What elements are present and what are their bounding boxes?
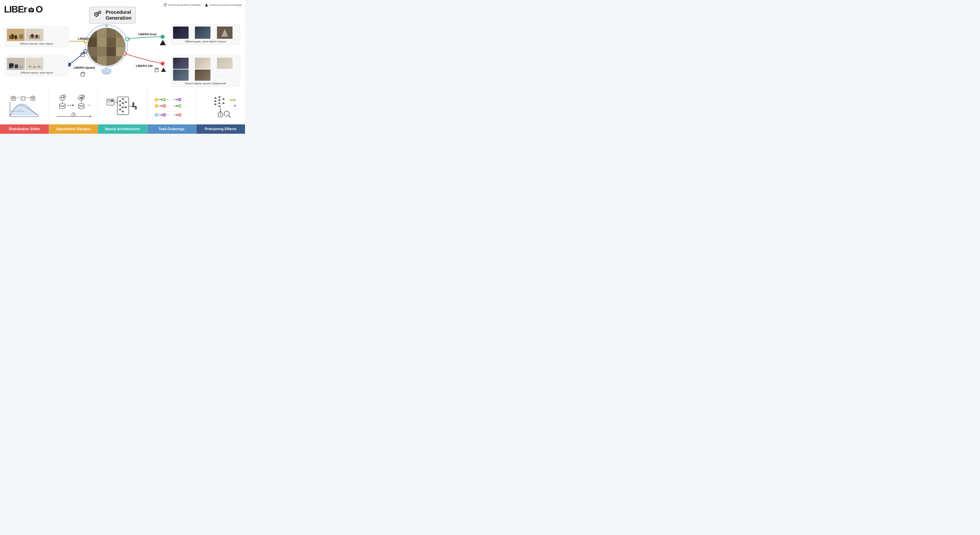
svg-rect-223 bbox=[234, 105, 235, 107]
svg-line-148 bbox=[121, 105, 122, 107]
logo-o: O bbox=[36, 4, 43, 14]
left-bottom-caption: Different objects, same layout bbox=[7, 71, 66, 74]
pretrain-diagram: ? · · · bbox=[196, 87, 245, 125]
photo-obj2 bbox=[25, 58, 43, 70]
svg-line-211 bbox=[220, 103, 223, 106]
logo-robot-icon bbox=[27, 6, 35, 14]
svg-rect-15 bbox=[97, 14, 99, 15]
svg-line-207 bbox=[216, 104, 219, 106]
svg-line-205 bbox=[216, 101, 219, 103]
svg-point-115 bbox=[80, 97, 81, 98]
svg-rect-63 bbox=[29, 35, 40, 39]
svg-marker-52 bbox=[160, 40, 166, 45]
svg-point-216 bbox=[224, 111, 229, 116]
panel-distribution-shifts: Distribution Shifts bbox=[0, 87, 49, 134]
svg-marker-170 bbox=[177, 99, 178, 101]
svg-point-75 bbox=[29, 65, 32, 67]
svg-point-65 bbox=[36, 35, 38, 38]
panel-algorithmic-designs: Algorithmic Designs bbox=[49, 87, 98, 134]
svg-rect-6 bbox=[164, 4, 166, 6]
svg-point-144 bbox=[125, 107, 127, 109]
svg-point-28 bbox=[102, 68, 111, 75]
svg-marker-186 bbox=[161, 114, 162, 116]
svg-text:· · ·: · · · bbox=[166, 109, 170, 113]
svg-point-139 bbox=[122, 98, 124, 100]
legend-declarative-text: Involve declarative knowledge bbox=[168, 3, 201, 6]
svg-rect-92 bbox=[31, 97, 32, 99]
svg-rect-2 bbox=[32, 10, 32, 11]
svg-point-201 bbox=[223, 102, 224, 104]
svg-marker-111 bbox=[72, 104, 74, 106]
svg-rect-22 bbox=[99, 11, 100, 11]
svg-point-193 bbox=[215, 97, 216, 99]
svg-rect-14 bbox=[94, 14, 95, 15]
svg-point-82 bbox=[13, 96, 14, 96]
svg-text:· · ·: · · · bbox=[169, 99, 173, 101]
svg-text:?: ? bbox=[220, 113, 222, 117]
svg-point-119 bbox=[78, 104, 84, 105]
svg-text:· · ·: · · · bbox=[169, 114, 173, 117]
svg-rect-61 bbox=[9, 35, 12, 39]
svg-text:· · ·: · · · bbox=[121, 113, 124, 115]
right-bottom-grid: · · · bbox=[173, 58, 238, 81]
svg-point-30 bbox=[105, 24, 108, 27]
svg-rect-62 bbox=[25, 29, 43, 41]
svg-point-38 bbox=[161, 35, 165, 39]
label-task-orderings: Task Orderings bbox=[147, 125, 196, 134]
svg-point-141 bbox=[122, 107, 124, 109]
svg-line-150 bbox=[121, 109, 122, 112]
svg-rect-23 bbox=[99, 13, 100, 14]
svg-text:LIBERO-100: LIBERO-100 bbox=[136, 64, 153, 67]
svg-point-108 bbox=[59, 107, 65, 109]
svg-marker-191 bbox=[177, 114, 178, 116]
photo-layout2 bbox=[25, 29, 43, 41]
svg-rect-0 bbox=[29, 8, 34, 12]
svg-point-104 bbox=[64, 96, 65, 96]
right-photo-3 bbox=[217, 27, 232, 39]
svg-rect-166 bbox=[162, 98, 166, 101]
proc-gen-title: Procedural Generation bbox=[106, 10, 131, 21]
svg-marker-56 bbox=[161, 68, 166, 72]
gear-icon bbox=[92, 10, 103, 21]
svg-line-149 bbox=[121, 107, 122, 109]
svg-point-122 bbox=[78, 107, 84, 109]
proc-gen-line1: Procedural bbox=[106, 10, 131, 15]
svg-marker-126 bbox=[90, 115, 91, 117]
svg-rect-24 bbox=[97, 12, 99, 13]
svg-point-143 bbox=[125, 101, 127, 103]
svg-text:· · ·: · · · bbox=[169, 105, 173, 107]
top-section: LIBErO Involve declarative knowledge Inv… bbox=[0, 0, 245, 87]
svg-line-203 bbox=[216, 98, 219, 100]
cube-legend-icon bbox=[164, 3, 167, 7]
svg-rect-68 bbox=[15, 64, 18, 68]
svg-point-21 bbox=[99, 12, 100, 13]
label-distribution-shifts: Distribution Shifts bbox=[0, 125, 49, 134]
svg-line-147 bbox=[121, 103, 122, 105]
right-bottom-box: · · · Diverse objects, layouts, backgrou… bbox=[171, 56, 240, 87]
svg-point-118 bbox=[83, 96, 84, 96]
svg-point-142 bbox=[122, 111, 124, 113]
left-top-box: · · · Different layouts, same objects bbox=[5, 27, 68, 47]
svg-point-73 bbox=[33, 66, 36, 68]
svg-rect-175 bbox=[162, 104, 166, 108]
svg-rect-187 bbox=[162, 113, 166, 117]
svg-point-74 bbox=[37, 65, 41, 68]
legend-declarative: Involve declarative knowledge bbox=[164, 3, 201, 7]
right-top-box: Different goals, same objects & layout bbox=[171, 24, 240, 45]
svg-rect-3 bbox=[30, 11, 32, 11]
svg-rect-12 bbox=[96, 12, 97, 13]
left-top-caption: Different layouts, same objects bbox=[7, 42, 66, 45]
svg-rect-94 bbox=[32, 99, 33, 99]
svg-marker-220 bbox=[233, 99, 234, 101]
task-diagram: · · · · · · · · · · · · bbox=[147, 87, 196, 125]
svg-rect-160 bbox=[132, 102, 134, 106]
svg-line-88 bbox=[25, 97, 26, 100]
svg-point-136 bbox=[119, 100, 121, 102]
right-top-caption: Different goals, same objects & layout bbox=[173, 40, 238, 43]
proc-gen-line2: Generation bbox=[106, 15, 131, 21]
right-b-photo-5 bbox=[195, 70, 210, 81]
svg-marker-165 bbox=[161, 99, 162, 101]
svg-text:· · ·: · · · bbox=[175, 109, 179, 113]
svg-rect-49 bbox=[81, 73, 84, 76]
svg-rect-163 bbox=[155, 98, 158, 101]
